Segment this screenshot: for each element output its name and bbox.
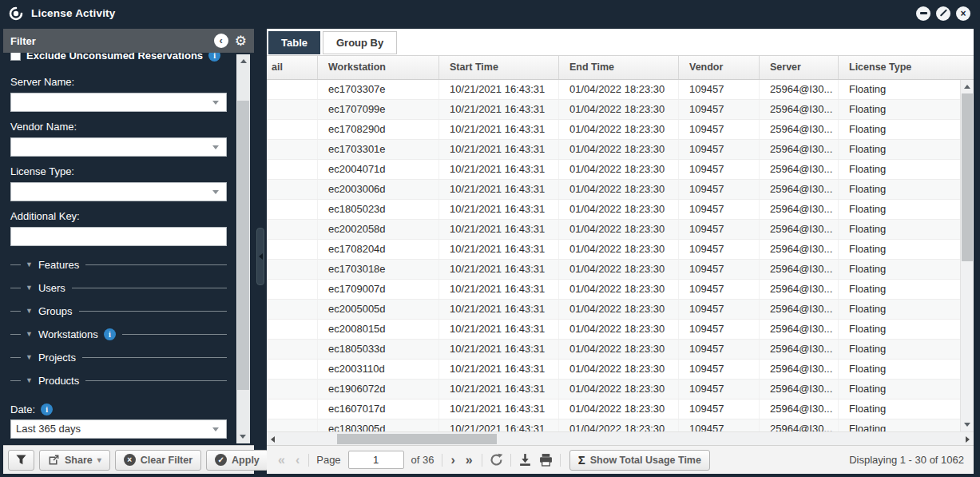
cell-email <box>267 300 318 319</box>
table-row[interactable]: ec1708204d10/21/2021 16:43:3101/04/2022 … <box>267 240 960 260</box>
last-page-button[interactable]: » <box>464 454 474 467</box>
date-select[interactable]: Last 365 days <box>10 419 227 439</box>
section-line <box>10 357 21 358</box>
filter-section-features[interactable]: ▼Features <box>10 260 227 269</box>
column-header-email[interactable]: ail <box>267 56 318 79</box>
scroll-right-arrow[interactable] <box>966 436 970 443</box>
cell-vendor: 109457 <box>679 419 760 431</box>
cell-vendor: 109457 <box>679 320 760 339</box>
vertical-scrollbar-thumb[interactable] <box>962 93 973 261</box>
cell-start-time: 10/21/2021 16:43:31 <box>439 220 559 239</box>
filter-section-workstations[interactable]: ▼Workstationsi <box>10 329 227 339</box>
cell-server: 25964@I30... <box>760 180 839 199</box>
refresh-button[interactable] <box>490 453 503 467</box>
filter-field-label: License Type: <box>10 165 227 178</box>
additional-key-input[interactable] <box>10 227 227 246</box>
clear-filter-button[interactable]: × Clear Filter <box>115 450 201 471</box>
show-total-usage-time-button[interactable]: Σ Show Total Usage Time <box>569 450 710 471</box>
cell-start-time: 10/21/2021 16:43:31 <box>439 360 559 379</box>
filter-scrollbar[interactable] <box>236 54 250 443</box>
table-row[interactable]: ec1906072d10/21/2021 16:43:3101/04/2022 … <box>267 380 960 399</box>
cell-email <box>267 200 318 219</box>
cell-email <box>267 419 318 431</box>
column-header-license-type[interactable]: License Type <box>839 56 974 79</box>
cell-end-time: 01/04/2022 18:23:30 <box>559 380 679 399</box>
slash-icon <box>939 10 946 17</box>
table-vertical-scrollbar[interactable] <box>960 80 974 431</box>
filter-section-projects[interactable]: ▼Projects <box>10 352 227 362</box>
print-button[interactable] <box>539 453 553 467</box>
minimize-icon <box>920 12 927 14</box>
divider-collapse-handle[interactable] <box>256 228 264 285</box>
cell-email <box>267 160 318 179</box>
info-icon[interactable]: i <box>208 53 220 62</box>
tab-group-by[interactable]: Group By <box>323 31 397 54</box>
cell-email <box>267 280 318 299</box>
minimize-button[interactable] <box>916 6 930 21</box>
filter-scrollbar-thumb[interactable] <box>237 101 249 390</box>
cell-license-type: Floating <box>839 300 960 319</box>
horizontal-scrollbar-thumb[interactable] <box>337 434 497 444</box>
cell-server: 25964@I30... <box>760 120 839 139</box>
table-row[interactable]: ec1607017d10/21/2021 16:43:3101/04/2022 … <box>267 399 960 419</box>
page-number-input[interactable] <box>348 451 404 469</box>
cell-vendor: 109457 <box>679 220 760 239</box>
exclude-reservations-checkbox[interactable] <box>10 53 21 61</box>
table-row[interactable]: ec1805023d10/21/2021 16:43:3101/04/2022 … <box>267 200 960 220</box>
cell-start-time: 10/21/2021 16:43:31 <box>439 320 559 339</box>
table-row[interactable]: ec2008015d10/21/2021 16:43:3101/04/2022 … <box>267 320 960 340</box>
export-download-button[interactable] <box>518 453 532 467</box>
filter-field-select[interactable] <box>10 93 227 112</box>
filter-field-select[interactable] <box>10 137 227 157</box>
filter-section-products[interactable]: ▼Products <box>10 376 227 385</box>
cell-email <box>267 240 318 259</box>
filter-section-users[interactable]: ▼Users <box>10 283 227 292</box>
table-row[interactable]: ec1709007d10/21/2021 16:43:3101/04/2022 … <box>267 280 960 300</box>
share-button[interactable]: Share ▾ <box>39 450 110 471</box>
section-line <box>85 264 227 265</box>
date-info-icon[interactable]: i <box>41 403 53 415</box>
cell-server: 25964@I30... <box>760 220 839 239</box>
column-header-vendor[interactable]: Vendor <box>679 56 760 79</box>
scroll-down-arrow[interactable] <box>240 435 246 439</box>
column-header-start-time[interactable]: Start Time <box>439 56 559 79</box>
block-button[interactable] <box>936 6 950 21</box>
column-header-server[interactable]: Server <box>760 56 839 79</box>
table-row[interactable]: ec2004071d10/21/2021 16:43:3101/04/2022 … <box>267 160 960 180</box>
column-header-workstation[interactable]: Workstation <box>318 56 439 79</box>
table-horizontal-scrollbar[interactable] <box>267 431 974 445</box>
table-row[interactable]: ec2002058d10/21/2021 16:43:3101/04/2022 … <box>267 220 960 240</box>
next-page-button[interactable]: › <box>450 454 457 467</box>
info-icon[interactable]: i <box>104 328 116 340</box>
table-row[interactable]: ec1803005d10/21/2021 16:43:3101/04/2022 … <box>267 419 960 431</box>
cell-start-time: 10/21/2021 16:43:31 <box>439 340 559 359</box>
scroll-left-arrow[interactable] <box>271 436 275 443</box>
scroll-down-arrow[interactable] <box>964 423 970 427</box>
scroll-up-arrow[interactable] <box>240 59 247 63</box>
table-row[interactable]: ec1703301e10/21/2021 16:43:3101/04/2022 … <box>267 140 960 160</box>
column-header-end-time[interactable]: End Time <box>559 56 679 79</box>
cell-workstation: ec1703301e <box>318 140 439 159</box>
table-row[interactable]: ec2003110d10/21/2021 16:43:3101/04/2022 … <box>267 360 960 380</box>
filter-section-groups[interactable]: ▼Groups <box>10 306 227 316</box>
table-row[interactable]: ec1805033d10/21/2021 16:43:3101/04/2022 … <box>267 340 960 360</box>
table-row[interactable]: ec2005005d10/21/2021 16:43:3101/04/2022 … <box>267 300 960 320</box>
cell-license-type: Floating <box>839 120 960 139</box>
filter-funnel-button[interactable] <box>8 450 34 471</box>
cell-workstation: ec2003006d <box>318 180 439 199</box>
table-row[interactable]: ec1707099e10/21/2021 16:43:3101/04/2022 … <box>267 100 960 120</box>
filter-settings-button[interactable]: ⚙ <box>235 34 247 48</box>
table-row[interactable]: ec1703307e10/21/2021 16:43:3101/04/2022 … <box>267 80 960 100</box>
cell-vendor: 109457 <box>679 399 760 419</box>
cell-vendor: 109457 <box>679 80 760 99</box>
cell-server: 25964@I30... <box>760 320 839 339</box>
filter-field-select[interactable] <box>10 182 227 201</box>
collapse-panel-button[interactable]: ‹ <box>214 34 228 48</box>
cell-license-type: Floating <box>839 380 960 399</box>
scroll-up-arrow[interactable] <box>964 85 970 89</box>
table-row[interactable]: ec2003006d10/21/2021 16:43:3101/04/2022 … <box>267 180 960 200</box>
table-row[interactable]: ec1703018e10/21/2021 16:43:3101/04/2022 … <box>267 260 960 280</box>
tab-table[interactable]: Table <box>268 31 320 54</box>
close-button[interactable]: × <box>956 6 970 21</box>
table-row[interactable]: ec1708290d10/21/2021 16:43:3101/04/2022 … <box>267 120 960 140</box>
